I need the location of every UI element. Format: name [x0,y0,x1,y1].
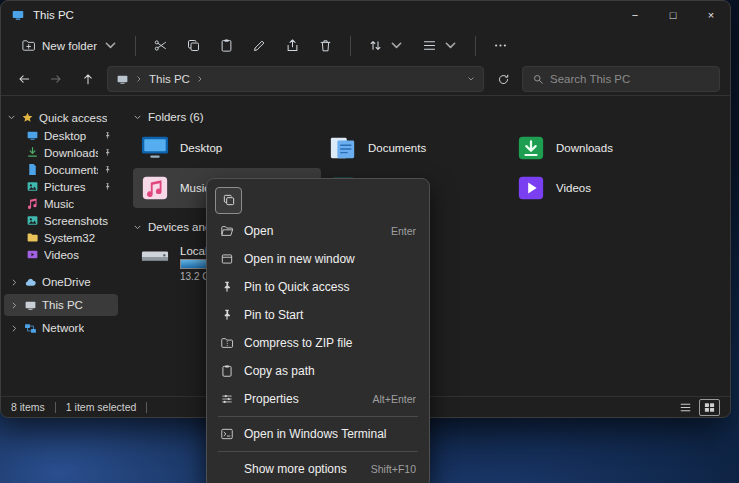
video-icon [26,248,39,261]
items-count: 8 items [11,401,45,413]
menu-item-open[interactable]: Open Enter [211,217,425,245]
sidebar-item-label: OneDrive [42,276,91,288]
menu-item-shortcut: Shift+F10 [371,463,416,475]
view-button[interactable] [414,31,466,60]
sidebar-item-network[interactable]: Network [4,317,118,339]
folders-section-header[interactable]: Folders (6) [133,108,730,126]
cloud-icon [24,276,37,289]
new-folder-button[interactable]: New folder [13,31,126,60]
rename-button[interactable] [244,31,275,60]
sidebar-item-documents[interactable]: Documents [1,161,121,178]
cut-button[interactable] [145,31,176,60]
menu-item-label: Properties [244,392,299,406]
thumbnail-view-toggle[interactable] [699,399,720,416]
menu-item-label: Compress to ZIP file [244,336,352,350]
close-button[interactable]: × [692,1,730,28]
sidebar-item-onedrive[interactable]: OneDrive [4,271,118,293]
sidebar-item-pictures[interactable]: Pictures [1,178,121,195]
toolbar-separator [350,36,351,56]
folder-name: Desktop [180,142,222,154]
sidebar-item-music[interactable]: Music [1,195,121,212]
sidebar-item-videos[interactable]: Videos [1,246,121,263]
pin-icon [103,131,112,140]
delete-button[interactable] [310,31,341,60]
sidebar-item-desktop[interactable]: Desktop [1,127,121,144]
desktop-icon [26,129,39,142]
sidebar-item-screenshots[interactable]: Screenshots [1,212,121,229]
menu-item-pin-to-start[interactable]: Pin to Start [211,301,425,329]
search-input[interactable] [550,73,710,85]
downloads-icon [26,146,39,159]
folder-name: Documents [368,142,426,154]
menu-item-pin-quick-access[interactable]: Pin to Quick access [211,273,425,301]
copy-quick-action[interactable] [215,187,242,214]
sidebar-item-this-pc[interactable]: This PC [4,294,118,316]
maximize-button[interactable]: □ [654,1,692,28]
paste-button[interactable] [211,31,242,60]
search-box[interactable] [522,66,720,92]
menu-item-compress-zip[interactable]: Compress to ZIP file [211,329,425,357]
picture-icon [26,214,39,227]
music-note-icon [26,197,39,210]
zip-icon [220,336,234,350]
pin-icon [103,165,112,174]
sort-icon [368,38,383,53]
chevron-down-icon [7,113,16,122]
menu-item-copy-as-path[interactable]: Copy as path [211,357,425,385]
share-button[interactable] [277,31,308,60]
back-button[interactable] [11,66,37,92]
menu-item-open-windows-terminal[interactable]: Open in Windows Terminal [211,420,425,448]
section-title: Folders (6) [148,111,204,123]
window-icon [11,8,25,22]
sidebar-item-label: Music [44,198,74,210]
up-icon [81,72,95,86]
folder-tile-videos[interactable]: Videos [509,168,697,208]
chevron-down-icon [133,113,142,122]
folder-tile-desktop[interactable]: Desktop [133,128,321,168]
menu-item-open-new-window[interactable]: Open in new window [211,245,425,273]
sidebar-item-label: This PC [42,299,83,311]
open-icon [220,224,234,238]
up-button[interactable] [75,66,101,92]
context-menu-icon-row [211,183,425,217]
refresh-button[interactable] [490,66,516,92]
view-icon [422,38,437,53]
copy-icon [186,38,201,53]
sort-button[interactable] [360,31,412,60]
more-options-button[interactable] [485,31,516,60]
breadcrumb[interactable]: This PC [107,66,484,92]
sidebar-item-quick-access[interactable]: Quick access [1,108,121,127]
details-view-icon[interactable] [678,401,693,414]
downloads-folder-icon [515,134,547,162]
folder-tile-documents[interactable]: Documents [321,128,509,168]
folder-tile-downloads[interactable]: Downloads [509,128,697,168]
chevron-right-icon [135,75,143,83]
breadcrumb-location[interactable]: This PC [149,73,190,85]
chevron-down-icon [103,38,118,53]
menu-item-shortcut: Enter [391,225,416,237]
sidebar-item-label: Network [42,322,84,334]
search-icon [532,73,544,85]
pin-icon [103,148,112,157]
star-icon [21,111,34,124]
command-bar: New folder [1,28,730,63]
sidebar-item-label: Desktop [44,130,86,142]
cut-icon [153,38,168,53]
share-icon [285,38,300,53]
sidebar-item-downloads[interactable]: Downloads [1,144,121,161]
menu-icon-spacer [220,462,234,476]
terminal-icon [220,427,234,441]
more-icon [493,38,508,53]
network-icon [24,322,37,335]
chevron-right-icon [196,75,204,83]
forward-button[interactable] [43,66,69,92]
pin-icon [103,182,112,191]
menu-item-show-more-options[interactable]: Show more options Shift+F10 [211,455,425,483]
delete-icon [318,38,333,53]
toolbar-separator [475,36,476,56]
minimize-button[interactable]: − [616,1,654,28]
copy-button[interactable] [178,31,209,60]
menu-item-properties[interactable]: Properties Alt+Enter [211,385,425,413]
address-dropdown-icon[interactable] [467,75,475,83]
sidebar-item-system32[interactable]: System32 [1,229,121,246]
